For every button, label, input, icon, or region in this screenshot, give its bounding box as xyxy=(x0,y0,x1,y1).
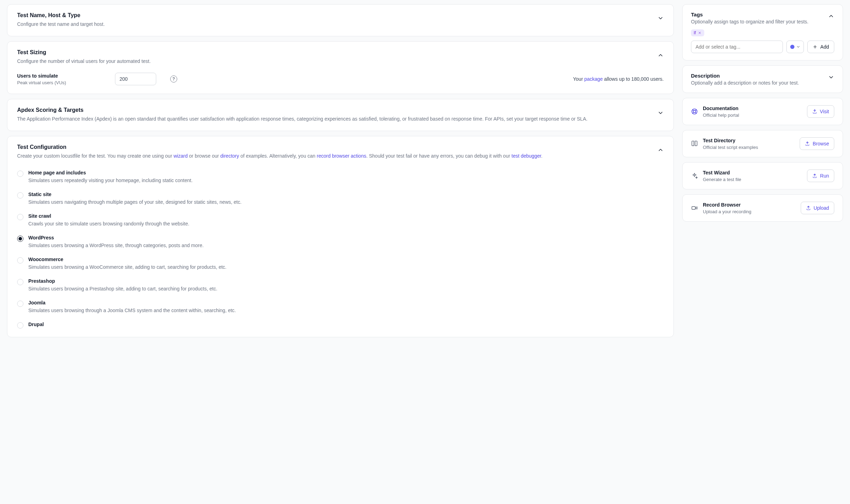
config-option-static[interactable]: Static siteSimulates users navigating th… xyxy=(17,192,664,205)
config-option-title: Joomla xyxy=(28,300,236,305)
config-option-prestashop[interactable]: PrestashopSimulates users browsing a Pre… xyxy=(17,278,664,291)
directory-link[interactable]: directory xyxy=(220,153,239,159)
section-apdex: Apdex Scoring & Targets The Application … xyxy=(7,99,674,131)
link-subtitle: Generate a test file xyxy=(703,177,741,182)
book-icon xyxy=(691,140,698,147)
config-radio-list: Home page and includesSimulates users re… xyxy=(17,170,664,329)
docs-button[interactable]: Visit xyxy=(807,105,834,118)
chevron-down-icon xyxy=(657,15,664,21)
video-icon xyxy=(691,204,698,211)
radio-icon xyxy=(17,236,23,242)
add-tag-button[interactable]: Add xyxy=(807,41,834,53)
section-sizing: Test Sizing Configure the number of virt… xyxy=(7,41,674,94)
config-option-desc: Crawls your site to simulate users brows… xyxy=(28,221,189,226)
lifebuoy-icon xyxy=(691,108,698,115)
link-card-wizard: Test WizardGenerate a test fileRun xyxy=(682,162,843,189)
radio-icon xyxy=(17,301,23,307)
record-actions-link[interactable]: record browser actions xyxy=(317,153,366,159)
section-config-toggle[interactable]: Test Configuration Create your custom lo… xyxy=(7,136,673,168)
section-title: Apdex Scoring & Targets xyxy=(17,107,588,113)
config-option-title: Home page and includes xyxy=(28,170,193,175)
plus-icon xyxy=(813,44,817,49)
tag-input[interactable] xyxy=(691,41,783,53)
section-title: Test Name, Host & Type xyxy=(17,12,105,19)
remove-tag-icon[interactable] xyxy=(698,31,701,35)
radio-icon xyxy=(17,214,23,220)
section-sizing-toggle[interactable]: Test Sizing Configure the number of virt… xyxy=(7,42,673,73)
section-title: Test Configuration xyxy=(17,144,542,150)
section-subtitle: Configure the test name and target host. xyxy=(17,21,105,28)
chevron-up-icon[interactable] xyxy=(828,13,834,19)
description-subtitle: Optionally add a description or notes fo… xyxy=(691,80,799,86)
upload-icon xyxy=(805,141,810,146)
link-card-docs: DocumentationOfficial help portalVisit xyxy=(682,98,843,125)
link-card-record: Record BrowserUpload a your recordingUpl… xyxy=(682,194,843,222)
config-option-crawl[interactable]: Site crawlCrawls your site to simulate u… xyxy=(17,213,664,226)
section-apdex-toggle[interactable]: Apdex Scoring & Targets The Application … xyxy=(7,99,673,131)
users-label: Users to simulate xyxy=(17,73,101,79)
tags-title: Tags xyxy=(691,12,808,17)
config-option-woo[interactable]: WoocommerceSimulates users browsing a Wo… xyxy=(17,257,664,270)
tag-color-select[interactable] xyxy=(786,41,804,53)
config-option-title: Site crawl xyxy=(28,213,189,219)
directory-button[interactable]: Browse xyxy=(800,137,834,150)
wizard-button[interactable]: Run xyxy=(807,170,834,182)
chevron-down-icon xyxy=(657,110,664,116)
tag-chip-label: lf xyxy=(694,30,696,35)
config-option-wordpress[interactable]: WordPressSimulates users browsing a Word… xyxy=(17,235,664,248)
config-option-joomla[interactable]: JoomlaSimulates users browsing through a… xyxy=(17,300,664,313)
link-title: Test Directory xyxy=(703,138,758,143)
wizard-link[interactable]: wizard xyxy=(173,153,187,159)
config-option-desc: Simulates users navigating through multi… xyxy=(28,199,242,205)
chevron-down-icon xyxy=(796,45,800,49)
section-subtitle: The Application Performance Index (Apdex… xyxy=(17,115,588,123)
config-option-title: Prestashop xyxy=(28,278,217,284)
config-option-home[interactable]: Home page and includesSimulates users re… xyxy=(17,170,664,183)
tag-chip[interactable]: lf xyxy=(691,29,704,36)
link-title: Record Browser xyxy=(703,202,751,208)
tag-color-dot xyxy=(790,45,794,49)
config-option-desc: Simulates users browsing a WordPress sit… xyxy=(28,243,204,248)
link-title: Documentation xyxy=(703,106,739,111)
tags-subtitle: Optionally assign tags to organize and f… xyxy=(691,19,808,24)
config-option-title: WordPress xyxy=(28,235,204,240)
section-subtitle: Configure the number of virtual users fo… xyxy=(17,58,151,65)
config-option-desc: Simulates users browsing a Prestashop si… xyxy=(28,286,217,291)
config-option-drupal[interactable]: Drupal xyxy=(17,322,664,329)
upload-icon xyxy=(812,109,817,114)
upload-icon xyxy=(806,206,811,210)
link-subtitle: Official test script examples xyxy=(703,145,758,150)
radio-icon xyxy=(17,279,23,285)
radio-icon xyxy=(17,257,23,264)
help-icon[interactable]: ? xyxy=(170,75,177,82)
link-title: Test Wizard xyxy=(703,170,741,175)
config-option-desc: Simulates users browsing through a Jooml… xyxy=(28,308,236,313)
test-debugger-link[interactable]: test debugger xyxy=(512,153,541,159)
config-option-title: Static site xyxy=(28,192,242,197)
section-subtitle: Create your custom locustfile for the te… xyxy=(17,152,542,160)
description-title: Description xyxy=(691,73,799,79)
chevron-down-icon[interactable] xyxy=(828,74,834,80)
config-option-title: Drupal xyxy=(28,322,44,327)
chevron-up-icon xyxy=(657,52,664,58)
users-input[interactable] xyxy=(115,73,156,85)
description-panel: Description Optionally add a description… xyxy=(682,65,843,93)
users-sublabel: Peak virtual users (VUs) xyxy=(17,80,101,85)
upload-icon xyxy=(812,173,817,178)
chevron-up-icon xyxy=(657,147,664,153)
radio-icon xyxy=(17,322,23,329)
link-subtitle: Official help portal xyxy=(703,113,739,118)
section-title: Test Sizing xyxy=(17,49,151,56)
section-name-host-toggle[interactable]: Test Name, Host & Type Configure the tes… xyxy=(7,5,673,36)
link-subtitle: Upload a your recording xyxy=(703,209,751,214)
config-option-desc: Simulates users repeatedly visiting your… xyxy=(28,178,193,183)
package-link[interactable]: package xyxy=(584,76,603,82)
radio-icon xyxy=(17,171,23,177)
radio-icon xyxy=(17,192,23,199)
section-config: Test Configuration Create your custom lo… xyxy=(7,136,674,337)
record-button[interactable]: Upload xyxy=(801,202,834,214)
sparkle-icon xyxy=(691,172,698,179)
config-option-desc: Simulates users browsing a WooCommerce s… xyxy=(28,264,226,270)
config-option-title: Woocommerce xyxy=(28,257,226,262)
package-allowance: Your package allows up to 180,000 users. xyxy=(573,76,664,82)
